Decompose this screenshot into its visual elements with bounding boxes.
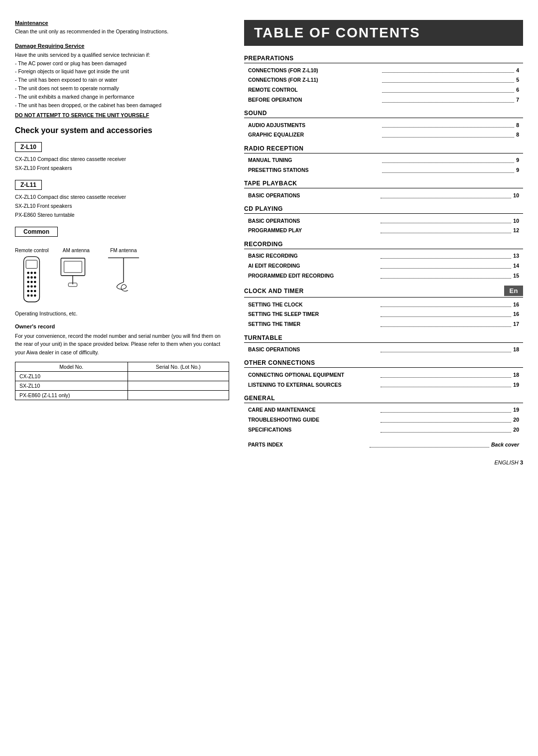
toc-dots [381, 268, 511, 269]
svg-point-14 [27, 290, 30, 292]
toc-dots [381, 223, 511, 223]
svg-point-7 [34, 276, 36, 279]
zl10-line-1: CX-ZL10 Compact disc stereo cassette rec… [15, 156, 126, 162]
toc-page-number: 19 [513, 406, 519, 414]
toc-entry-label: LISTENING TO EXTERNAL SOURCES [248, 381, 379, 389]
am-antenna-item: AM antenna [59, 248, 94, 296]
model-table: Model No. Serial No. (Lot No.) CX-ZL10 S… [15, 362, 229, 400]
toc-entry-label: REMOTE CONTROL [248, 86, 380, 94]
toc-page-number: 8 [516, 121, 519, 130]
owners-record-text: For your convenience, record the model n… [15, 332, 229, 357]
fm-antenna-item: FM antenna [104, 248, 143, 296]
toc-entry-label: CONNECTING OPTIONAL EQUIPMENT [248, 371, 379, 379]
toc-entry-preparations-1: CONNECTIONS (FOR Z-L11)5 [244, 75, 523, 85]
toc-dots [381, 198, 511, 198]
toc-dots [382, 102, 514, 103]
toc-section-title-radio: RADIO RECEPTION [244, 145, 523, 153]
table-cell-sx: SX-ZL10 [15, 381, 128, 390]
toc-entry-label: BASIC OPERATIONS [248, 217, 379, 225]
toc-entry-label: SETTING THE SLEEP TIMER [248, 310, 379, 318]
right-column: TABLE OF CONTENTS PREPARATIONSCONNECTION… [244, 20, 523, 736]
toc-entry-recording-2: PROGRAMMED EDIT RECORDING15 [244, 271, 523, 281]
toc-dots [382, 82, 514, 83]
toc-page-number: 17 [513, 320, 519, 328]
toc-entry-tape-0: BASIC OPERATIONS10 [244, 190, 523, 200]
svg-point-5 [27, 276, 30, 279]
toc-section-radio: RADIO RECEPTIONMANUAL TUNING9PRESETTING … [244, 145, 523, 175]
toc-section-clock: CLOCK AND TIMEREnSETTING THE CLOCK16SETT… [244, 286, 523, 329]
toc-dots [381, 422, 511, 423]
toc-entry-cd-1: PROGRAMMED PLAY12 [244, 226, 523, 236]
toc-entry-label: BASIC OPERATIONS [248, 345, 379, 354]
svg-rect-21 [64, 261, 82, 273]
toc-dots [381, 258, 511, 259]
common-label: Common [15, 227, 58, 237]
svg-point-3 [31, 272, 33, 274]
toc-page-number: 9 [516, 156, 519, 164]
svg-point-2 [27, 272, 30, 274]
damage-section: Damage Requiring Service Have the units … [15, 43, 229, 119]
table-cell-px-serial [128, 390, 229, 400]
toc-entry-label: BASIC OPERATIONS [248, 191, 379, 200]
toc-dots [381, 432, 511, 433]
check-heading: Check your system and accessories [15, 126, 229, 135]
toc-dots [381, 352, 511, 352]
toc-page-number: 5 [516, 76, 519, 84]
toc-entry-parts-0: PARTS INDEXBack cover [244, 440, 523, 450]
toc-page-number: 18 [513, 345, 519, 354]
toc-dots [381, 316, 511, 317]
toc-section-sound: SOUNDAUDIO ADJUSTMENTS8GRAPHIC EQUALIZER… [244, 110, 523, 140]
toc-entry-label: PROGRAMMED PLAY [248, 226, 379, 235]
toc-sections: PREPARATIONSCONNECTIONS (FOR Z-L10)4CONN… [244, 55, 523, 450]
toc-section-title-cd: CD PLAYING [244, 205, 523, 214]
fm-antenna-icon [104, 256, 143, 296]
toc-dots [382, 172, 514, 173]
page-number: 3 [520, 459, 523, 465]
svg-point-10 [34, 281, 36, 283]
table-cell-sx-serial [128, 381, 229, 390]
toc-page-number: 15 [513, 272, 519, 280]
toc-section-title-tape: TAPE PLAYBACK [244, 180, 523, 188]
damage-intro: Have the units serviced by a qualified s… [15, 51, 229, 110]
toc-page-number: 16 [513, 310, 519, 318]
english-label: ENGLISH [495, 459, 519, 465]
toc-dots [370, 447, 489, 448]
en-badge: En [504, 286, 523, 296]
toc-page-number: 9 [516, 166, 519, 174]
owners-record-title: Owner's record [15, 323, 229, 329]
maintenance-text: Clean the unit only as recommended in th… [15, 28, 229, 36]
toc-entry-recording-0: BASIC RECORDING13 [244, 251, 523, 261]
accessories-row: Remote control [15, 248, 229, 305]
zl11-line-2: SX-ZL10 Front speakers [15, 203, 72, 209]
toc-dots [381, 412, 511, 413]
svg-point-16 [34, 290, 36, 292]
toc-section-other: OTHER CONNECTIONSCONNECTING OPTIONAL EQU… [244, 359, 523, 390]
toc-dots [382, 162, 514, 163]
toc-dots [381, 377, 511, 378]
toc-entry-preparations-0: CONNECTIONS (FOR Z-L10)4 [244, 65, 523, 75]
toc-page-number: 20 [513, 416, 519, 424]
toc-section-title-recording: RECORDING [244, 241, 523, 249]
english-footer: ENGLISH 3 [244, 459, 523, 465]
svg-point-12 [31, 285, 33, 288]
toc-section-title-sound: SOUND [244, 110, 523, 118]
toc-section-general: GENERALCARE AND MAINTENANCE19TROUBLESHOO… [244, 395, 523, 435]
toc-title: TABLE OF CONTENTS [244, 20, 523, 46]
toc-section-title-turntable: TURNTABLE [244, 334, 523, 343]
zl11-desc: CX-ZL10 Compact disc stereo cassette rec… [15, 193, 229, 220]
svg-point-15 [31, 290, 33, 292]
svg-rect-20 [61, 258, 85, 276]
toc-entry-other-1: LISTENING TO EXTERNAL SOURCES19 [244, 380, 523, 390]
svg-point-18 [31, 294, 33, 297]
svg-point-8 [27, 281, 30, 283]
svg-point-17 [27, 294, 30, 297]
svg-rect-1 [26, 260, 38, 268]
toc-page-number: 14 [513, 262, 519, 270]
table-cell-px: PX-E860 (Z-L11 only) [15, 390, 128, 400]
toc-page-number: 19 [513, 381, 519, 389]
toc-section-title-other: OTHER CONNECTIONS [244, 359, 523, 368]
toc-section-title-general: GENERAL [244, 395, 523, 403]
toc-entry-preparations-2: REMOTE CONTROL6 [244, 85, 523, 95]
toc-page-number: Back cover [491, 441, 519, 449]
svg-point-19 [34, 294, 36, 297]
